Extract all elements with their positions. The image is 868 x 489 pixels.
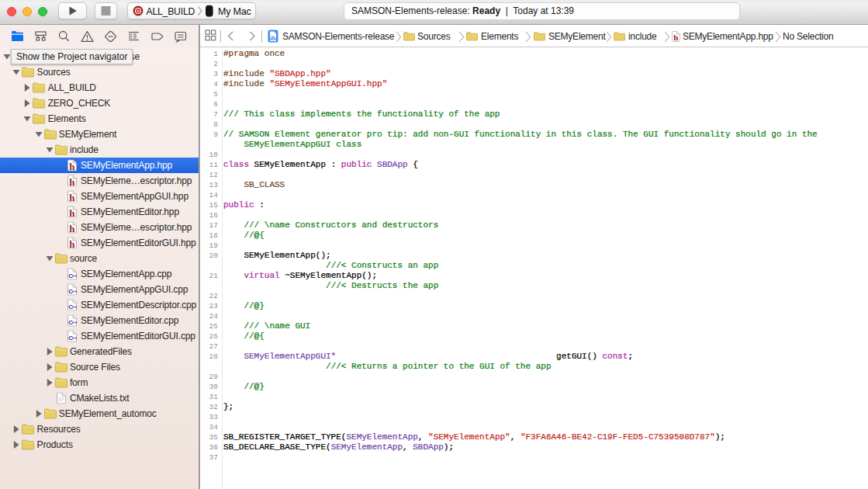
svg-text:h: h	[69, 223, 75, 234]
svg-text:++: ++	[72, 273, 77, 278]
svg-text:h: h	[69, 207, 75, 218]
svg-text:h: h	[69, 161, 75, 172]
svg-text:h: h	[673, 33, 678, 42]
svg-text:h: h	[69, 192, 75, 203]
svg-text:++: ++	[72, 335, 77, 340]
svg-text:++: ++	[72, 289, 77, 293]
svg-text:h: h	[69, 176, 75, 187]
svg-text:++: ++	[72, 304, 77, 309]
svg-text:ALL_BUILD: ALL_BUILD	[147, 6, 195, 17]
svg-text:h: h	[69, 238, 75, 249]
svg-text:My Mac: My Mac	[218, 6, 251, 17]
svg-text:++: ++	[72, 320, 77, 324]
